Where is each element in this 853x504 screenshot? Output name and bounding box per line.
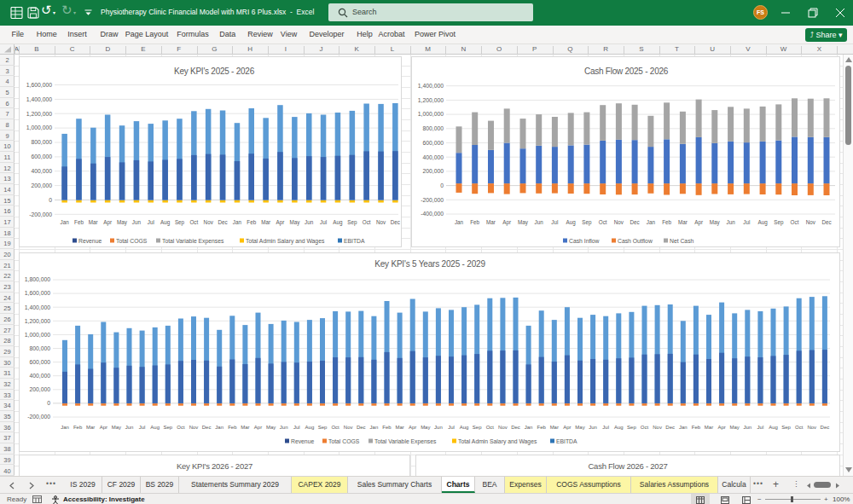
svg-text:400,000: 400,000 [422, 154, 444, 160]
svg-text:Total Variable Expenses: Total Variable Expenses [162, 238, 224, 245]
svg-text:Oct: Oct [189, 219, 198, 225]
svg-text:Jul: Jul [551, 219, 558, 225]
svg-text:1,800,000: 1,800,000 [25, 276, 50, 282]
svg-text:May: May [266, 425, 276, 430]
svg-text:Total Admin Salary and Wages: Total Admin Salary and Wages [458, 438, 537, 445]
svg-text:1,600,000: 1,600,000 [25, 290, 50, 296]
svg-text:Aug: Aug [614, 425, 624, 430]
svg-text:800,000: 800,000 [422, 125, 444, 131]
svg-text:Nov: Nov [614, 219, 624, 225]
svg-text:Jan: Jan [525, 425, 533, 430]
svg-text:Feb: Feb [228, 425, 237, 430]
svg-text:Dec: Dec [821, 219, 831, 225]
svg-text:Mar: Mar [705, 425, 713, 430]
svg-text:600,000: 600,000 [422, 140, 444, 146]
svg-text:Key KPI's 5 Years 2025 - 2029: Key KPI's 5 Years 2025 - 2029 [374, 259, 485, 269]
svg-text:Jul: Jul [757, 425, 764, 430]
svg-text:Nov: Nov [806, 219, 816, 225]
svg-text:Nov: Nov [376, 219, 386, 225]
svg-text:Revenue: Revenue [291, 438, 314, 444]
svg-text:Net Cash: Net Cash [670, 238, 694, 244]
svg-text:Feb: Feb [470, 219, 479, 225]
svg-text:Feb: Feb [537, 425, 547, 430]
svg-text:Dec: Dec [665, 425, 675, 430]
svg-text:Sep: Sep [163, 425, 172, 430]
svg-text:Mar: Mar [261, 219, 270, 225]
svg-text:Sep: Sep [627, 425, 636, 430]
svg-text:Nov: Nov [498, 425, 508, 430]
svg-text:Jan: Jan [215, 425, 223, 430]
svg-text:Nov: Nov [807, 425, 816, 430]
svg-text:1,400,000: 1,400,000 [25, 304, 50, 310]
svg-text:Nov: Nov [189, 425, 199, 430]
svg-text:Jan: Jan [370, 425, 379, 430]
svg-text:Jun: Jun [589, 425, 597, 430]
svg-text:Feb: Feb [73, 425, 83, 430]
svg-text:May: May [730, 425, 740, 430]
svg-text:Sep: Sep [781, 425, 791, 430]
svg-text:Revenue: Revenue [78, 238, 102, 244]
svg-text:Jul: Jul [148, 219, 154, 225]
svg-text:Total Variable Expenses: Total Variable Expenses [374, 438, 437, 445]
svg-text:Cash Flow 2025 - 2026: Cash Flow 2025 - 2026 [584, 67, 669, 76]
svg-text:Oct: Oct [486, 425, 495, 430]
svg-text:800,000: 800,000 [29, 345, 50, 351]
svg-text:Jun: Jun [535, 219, 544, 225]
svg-text:1,000,000: 1,000,000 [26, 125, 52, 130]
svg-text:Mar: Mar [395, 425, 403, 430]
svg-text:Jan: Jan [647, 219, 656, 225]
svg-text:Apr: Apr [409, 425, 416, 430]
svg-text:1,400,000: 1,400,000 [26, 96, 52, 102]
svg-text:-200,000: -200,000 [29, 211, 52, 217]
svg-text:1,200,000: 1,200,000 [418, 97, 444, 103]
svg-text:Nov: Nov [653, 425, 662, 430]
svg-text:Mar: Mar [678, 219, 688, 225]
svg-text:Mar: Mar [550, 425, 559, 430]
svg-text:1,200,000: 1,200,000 [26, 111, 52, 117]
svg-text:Jul: Jul [448, 425, 455, 430]
svg-text:Sep: Sep [473, 425, 482, 430]
svg-text:200,000: 200,000 [422, 168, 444, 174]
svg-text:Feb: Feb [247, 219, 256, 225]
svg-text:Aug: Aug [757, 219, 768, 226]
svg-text:0: 0 [47, 400, 50, 406]
svg-text:1,400,000: 1,400,000 [418, 83, 444, 89]
svg-text:May: May [421, 425, 430, 430]
svg-text:Apr: Apr [254, 425, 262, 430]
svg-text:Oct: Oct [177, 425, 185, 430]
svg-text:Sep: Sep [347, 219, 357, 226]
svg-text:400,000: 400,000 [29, 373, 50, 379]
svg-text:Aug: Aug [460, 425, 469, 430]
svg-text:May: May [518, 219, 529, 226]
svg-text:1,600,000: 1,600,000 [26, 82, 52, 88]
svg-text:Feb: Feb [74, 219, 84, 225]
svg-text:Jun: Jun [727, 219, 736, 225]
svg-text:200,000: 200,000 [31, 182, 52, 188]
svg-text:Oct: Oct [795, 425, 804, 430]
svg-text:Jul: Jul [293, 425, 300, 430]
svg-text:0: 0 [440, 182, 444, 188]
svg-text:Total COGS: Total COGS [328, 438, 360, 444]
svg-text:Jan: Jan [233, 219, 242, 225]
svg-text:May: May [112, 425, 121, 430]
svg-text:Apr: Apr [276, 219, 285, 226]
svg-text:Jun: Jun [132, 219, 142, 225]
svg-text:Jul: Jul [743, 219, 750, 225]
svg-text:600,000: 600,000 [29, 359, 50, 365]
svg-text:Feb: Feb [662, 219, 671, 225]
svg-text:Apr: Apr [103, 219, 112, 226]
svg-text:Sep: Sep [318, 425, 328, 430]
svg-text:600,000: 600,000 [31, 154, 52, 159]
svg-text:-400,000: -400,000 [421, 211, 444, 217]
svg-text:Jan: Jan [679, 425, 688, 430]
svg-text:Mar: Mar [486, 219, 496, 225]
svg-text:Sep: Sep [774, 219, 784, 226]
svg-text:Aug: Aug [333, 219, 343, 226]
svg-text:Mar: Mar [86, 425, 95, 430]
svg-text:400,000: 400,000 [31, 168, 52, 174]
svg-text:EBITDA: EBITDA [344, 238, 365, 244]
svg-text:Total Admin Salary and Wages: Total Admin Salary and Wages [246, 238, 325, 245]
svg-text:Key KPI's 2025 - 2026: Key KPI's 2025 - 2026 [174, 67, 255, 76]
svg-text:1,200,000: 1,200,000 [25, 318, 50, 324]
svg-text:-200,000: -200,000 [421, 197, 444, 203]
